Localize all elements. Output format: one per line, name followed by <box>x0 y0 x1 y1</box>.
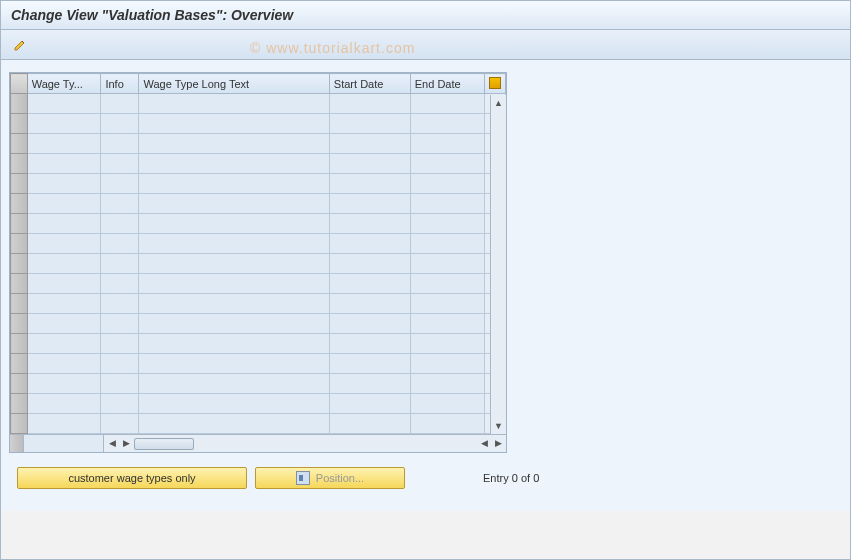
cell-wage-type[interactable] <box>27 134 101 154</box>
scroll-up-icon[interactable]: ▲ <box>493 97 505 109</box>
row-selector[interactable] <box>11 214 28 234</box>
cell-end-date[interactable] <box>410 254 484 274</box>
cell-long-text[interactable] <box>139 294 329 314</box>
customer-wage-types-button[interactable]: customer wage types only <box>17 467 247 489</box>
table-row[interactable] <box>11 94 506 114</box>
cell-info[interactable] <box>101 254 139 274</box>
cell-wage-type[interactable] <box>27 254 101 274</box>
cell-start-date[interactable] <box>329 214 410 234</box>
row-selector[interactable] <box>11 414 28 434</box>
table-row[interactable] <box>11 394 506 414</box>
row-selector[interactable] <box>11 254 28 274</box>
cell-end-date[interactable] <box>410 214 484 234</box>
cell-end-date[interactable] <box>410 114 484 134</box>
row-selector[interactable] <box>11 174 28 194</box>
cell-long-text[interactable] <box>139 234 329 254</box>
cell-wage-type[interactable] <box>27 274 101 294</box>
cell-end-date[interactable] <box>410 134 484 154</box>
row-selector[interactable] <box>11 134 28 154</box>
cell-start-date[interactable] <box>329 234 410 254</box>
hscroll-thumb[interactable] <box>134 438 194 450</box>
cell-wage-type[interactable] <box>27 354 101 374</box>
cell-end-date[interactable] <box>410 234 484 254</box>
cell-start-date[interactable] <box>329 114 410 134</box>
cell-start-date[interactable] <box>329 174 410 194</box>
table-row[interactable] <box>11 134 506 154</box>
cell-info[interactable] <box>101 94 139 114</box>
table-row[interactable] <box>11 294 506 314</box>
row-selector[interactable] <box>11 394 28 414</box>
cell-long-text[interactable] <box>139 274 329 294</box>
scroll-down-icon[interactable]: ▼ <box>493 420 505 432</box>
cell-wage-type[interactable] <box>27 414 101 434</box>
scroll-left-end-icon[interactable]: ◀ <box>478 438 490 450</box>
cell-wage-type[interactable] <box>27 374 101 394</box>
cell-long-text[interactable] <box>139 334 329 354</box>
cell-end-date[interactable] <box>410 154 484 174</box>
cell-info[interactable] <box>101 414 139 434</box>
row-selector[interactable] <box>11 154 28 174</box>
cell-info[interactable] <box>101 234 139 254</box>
table-row[interactable] <box>11 354 506 374</box>
edit-icon[interactable] <box>9 35 31 55</box>
table-row[interactable] <box>11 374 506 394</box>
cell-start-date[interactable] <box>329 194 410 214</box>
cell-start-date[interactable] <box>329 94 410 114</box>
cell-end-date[interactable] <box>410 394 484 414</box>
cell-info[interactable] <box>101 334 139 354</box>
cell-info[interactable] <box>101 134 139 154</box>
cell-long-text[interactable] <box>139 414 329 434</box>
cell-start-date[interactable] <box>329 354 410 374</box>
table-row[interactable] <box>11 194 506 214</box>
row-selector[interactable] <box>11 354 28 374</box>
row-selector[interactable] <box>11 234 28 254</box>
row-selector[interactable] <box>11 114 28 134</box>
row-selector[interactable] <box>11 94 28 114</box>
cell-long-text[interactable] <box>139 214 329 234</box>
cell-start-date[interactable] <box>329 374 410 394</box>
table-row[interactable] <box>11 254 506 274</box>
table-row[interactable] <box>11 414 506 434</box>
cell-long-text[interactable] <box>139 174 329 194</box>
table-row[interactable] <box>11 154 506 174</box>
position-button[interactable]: Position... <box>255 467 405 489</box>
cell-end-date[interactable] <box>410 274 484 294</box>
cell-wage-type[interactable] <box>27 174 101 194</box>
cell-long-text[interactable] <box>139 94 329 114</box>
cell-wage-type[interactable] <box>27 294 101 314</box>
select-all-header[interactable] <box>11 74 28 94</box>
cell-end-date[interactable] <box>410 414 484 434</box>
cell-info[interactable] <box>101 354 139 374</box>
cell-wage-type[interactable] <box>27 314 101 334</box>
col-end-date[interactable]: End Date <box>410 74 484 94</box>
table-row[interactable] <box>11 234 506 254</box>
cell-info[interactable] <box>101 294 139 314</box>
cell-end-date[interactable] <box>410 294 484 314</box>
cell-start-date[interactable] <box>329 134 410 154</box>
cell-end-date[interactable] <box>410 94 484 114</box>
horizontal-scrollbar[interactable]: ◀ ▶ ◀ ▶ <box>10 434 506 452</box>
cell-info[interactable] <box>101 274 139 294</box>
cell-long-text[interactable] <box>139 134 329 154</box>
cell-start-date[interactable] <box>329 394 410 414</box>
cell-info[interactable] <box>101 114 139 134</box>
table-row[interactable] <box>11 114 506 134</box>
cell-info[interactable] <box>101 314 139 334</box>
cell-start-date[interactable] <box>329 294 410 314</box>
col-wage-type[interactable]: Wage Ty... <box>27 74 101 94</box>
row-selector[interactable] <box>11 194 28 214</box>
cell-info[interactable] <box>101 154 139 174</box>
cell-long-text[interactable] <box>139 254 329 274</box>
cell-info[interactable] <box>101 374 139 394</box>
cell-wage-type[interactable] <box>27 214 101 234</box>
cell-wage-type[interactable] <box>27 114 101 134</box>
vertical-scrollbar[interactable]: ▲ ▼ <box>490 95 506 434</box>
cell-start-date[interactable] <box>329 254 410 274</box>
cell-wage-type[interactable] <box>27 394 101 414</box>
cell-long-text[interactable] <box>139 194 329 214</box>
cell-long-text[interactable] <box>139 154 329 174</box>
cell-end-date[interactable] <box>410 354 484 374</box>
cell-long-text[interactable] <box>139 354 329 374</box>
cell-start-date[interactable] <box>329 274 410 294</box>
cell-wage-type[interactable] <box>27 234 101 254</box>
